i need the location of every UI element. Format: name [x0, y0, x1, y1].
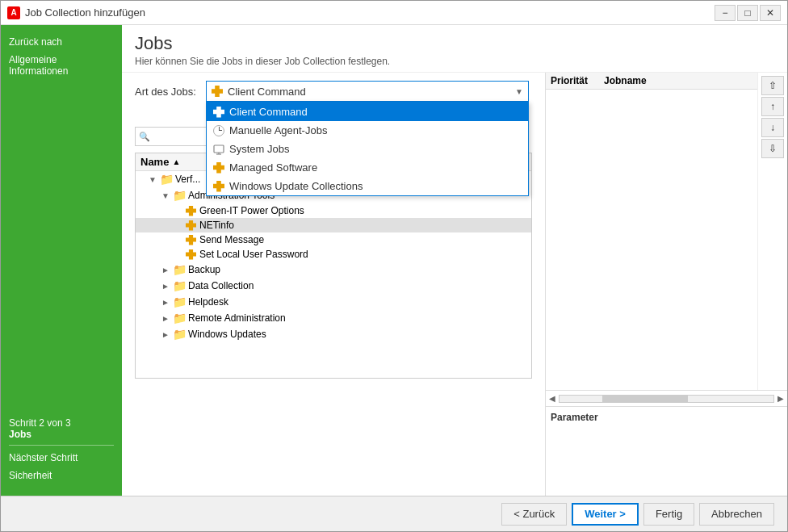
main-window: A Job Collection hinzufügen − □ ✕ Zurück… — [0, 0, 788, 532]
tree-item-data-collection[interactable]: ► 📁 Data Collection — [136, 278, 531, 294]
right-panel: Priorität Jobname ⇧ ↑ ↓ ⇩ — [545, 73, 787, 496]
expand-icon-helpdesk: ► — [161, 298, 171, 307]
main-content: Jobs Hier können Sie die Jobs in dieser … — [122, 25, 787, 496]
next-button[interactable]: Weiter > — [572, 503, 639, 526]
minimize-button[interactable]: − — [715, 5, 736, 21]
puzzle-icon — [212, 86, 223, 97]
name-column-header: Name — [140, 156, 169, 168]
folder-icon-wu: 📁 — [173, 328, 187, 341]
scroll-left-icon[interactable]: ◀ — [549, 394, 555, 403]
dropdown-selected-text: Client Command — [228, 86, 306, 98]
puzzle-icon-2 — [213, 162, 224, 174]
tree-item-remote-admin[interactable]: ► 📁 Remote Administration — [136, 310, 531, 326]
parameter-title: Parameter — [551, 412, 782, 423]
dropdown-button[interactable]: Client Command ▼ — [206, 81, 529, 102]
expand-icon-backup: ► — [161, 266, 171, 274]
priority-col-header: Priorität — [551, 75, 588, 86]
tree-item-backup[interactable]: ► 📁 Backup — [136, 262, 531, 278]
app-icon: A — [7, 6, 20, 19]
puzzle-icon-3 — [213, 181, 224, 192]
root-label: Verf... — [175, 174, 200, 185]
tree-item-send-message[interactable]: Send Message — [136, 232, 531, 247]
sidebar-security: Sicherheit — [9, 468, 114, 483]
label-backup: Backup — [188, 264, 220, 275]
label-windows-updates: Windows Updates — [188, 329, 266, 340]
system-icon — [213, 144, 224, 155]
dropdown-option-managed[interactable]: Managed Software — [207, 158, 528, 177]
sidebar-nav-back[interactable]: Zurück nach — [9, 35, 114, 49]
page-title: Jobs — [135, 33, 774, 54]
window-body: Zurück nach Allgemeine Informationen Sch… — [1, 25, 787, 496]
move-top-button[interactable]: ⇧ — [761, 76, 784, 95]
option-label-4: Managed Software — [229, 161, 317, 174]
option-label-5: Windows Update Collections — [229, 180, 363, 192]
window-controls: − □ ✕ — [715, 5, 781, 21]
label-helpdesk: Helpdesk — [188, 296, 228, 308]
gear-icon-send — [186, 235, 196, 245]
scroll-thumb — [602, 396, 688, 402]
sidebar-step: Schritt 2 von 3 — [9, 417, 114, 429]
label-netinfo: NETinfo — [199, 220, 234, 231]
jobs-table-body — [546, 90, 757, 390]
main-body: Art des Jobs: Client Command ▼ — [122, 73, 787, 496]
dropdown-selected: Client Command — [212, 86, 306, 98]
close-button[interactable]: ✕ — [760, 5, 781, 21]
move-up-button[interactable]: ↑ — [761, 97, 784, 116]
clock-icon — [213, 125, 224, 136]
expand-icon-admin: ▼ — [161, 191, 171, 200]
window-title: Job Collection hinzufügen — [25, 6, 145, 19]
dropdown-menu: Client Command Manuelle Agent-Jobs — [206, 102, 529, 196]
maximize-button[interactable]: □ — [737, 5, 758, 21]
dropdown-arrow-icon: ▼ — [515, 87, 523, 96]
title-bar-left: A Job Collection hinzufügen — [7, 6, 145, 19]
dropdown-option-system[interactable]: System Jobs — [207, 140, 528, 158]
finish-button[interactable]: Fertig — [643, 503, 694, 526]
sidebar-next-step: Nächster Schritt — [9, 450, 114, 465]
tree-item-windows-updates[interactable]: ► 📁 Windows Updates — [136, 326, 531, 342]
option-label-3: System Jobs — [229, 143, 289, 155]
folder-icon-helpdesk: 📁 — [173, 295, 187, 308]
label-green-it: Green-IT Power Options — [199, 205, 304, 216]
jobname-col-header: Jobname — [604, 75, 647, 86]
scroll-track[interactable] — [559, 395, 774, 403]
gear-icon-green — [186, 206, 196, 216]
folder-icon-admin: 📁 — [173, 189, 187, 202]
tree-item-helpdesk[interactable]: ► 📁 Helpdesk — [136, 294, 531, 310]
move-down-button[interactable]: ↓ — [761, 118, 784, 137]
dropdown-option-client-command[interactable]: Client Command — [207, 103, 528, 121]
folder-icon-root: 📁 — [160, 173, 174, 186]
sidebar-nav-general[interactable]: Allgemeine Informationen — [9, 52, 114, 78]
back-button[interactable]: < Zurück — [501, 503, 567, 526]
svg-rect-0 — [214, 145, 224, 153]
sidebar-top: Zurück nach Allgemeine Informationen — [9, 35, 114, 82]
gear-icon-net — [186, 220, 196, 231]
job-type-dropdown[interactable]: Client Command ▼ Client Command — [206, 81, 529, 102]
expand-icon-root: ▼ — [149, 175, 158, 184]
expand-icon-dc: ► — [161, 282, 171, 291]
tree-item-netinfo[interactable]: NETinfo — [136, 218, 531, 232]
sidebar-step-label: Jobs — [9, 429, 114, 440]
option-label-1: Client Command — [229, 106, 308, 118]
tree-item-set-local[interactable]: Set Local User Password — [136, 247, 531, 262]
dropdown-option-windows-update[interactable]: Windows Update Collections — [207, 177, 528, 195]
label-set-local: Set Local User Password — [199, 249, 308, 260]
sidebar-bottom: Schritt 2 von 3 Jobs Nächster Schritt Si… — [9, 417, 114, 486]
folder-icon-remote: 📁 — [173, 312, 187, 325]
jobs-panel: Art des Jobs: Client Command ▼ — [122, 73, 545, 496]
tree-item-green-it[interactable]: Green-IT Power Options — [136, 203, 531, 218]
art-des-jobs-label: Art des Jobs: — [135, 86, 199, 98]
sort-arrow-icon: ▲ — [172, 157, 180, 166]
folder-icon-dc: 📁 — [173, 279, 187, 292]
scroll-right-icon[interactable]: ▶ — [778, 394, 784, 403]
move-bottom-button[interactable]: ⇩ — [761, 139, 784, 158]
art-des-jobs-row: Art des Jobs: Client Command ▼ — [135, 81, 532, 102]
cancel-button[interactable]: Abbrechen — [699, 503, 774, 526]
expand-icon-remote: ► — [161, 314, 171, 323]
parameter-content — [551, 426, 782, 491]
puzzle-icon-selected — [213, 107, 224, 118]
parameter-section: Parameter — [546, 406, 787, 496]
dropdown-option-manuelle[interactable]: Manuelle Agent-Jobs — [207, 121, 528, 140]
label-data-collection: Data Collection — [188, 280, 254, 291]
option-label-2: Manuelle Agent-Jobs — [229, 124, 327, 136]
folder-icon-backup: 📁 — [173, 263, 187, 276]
